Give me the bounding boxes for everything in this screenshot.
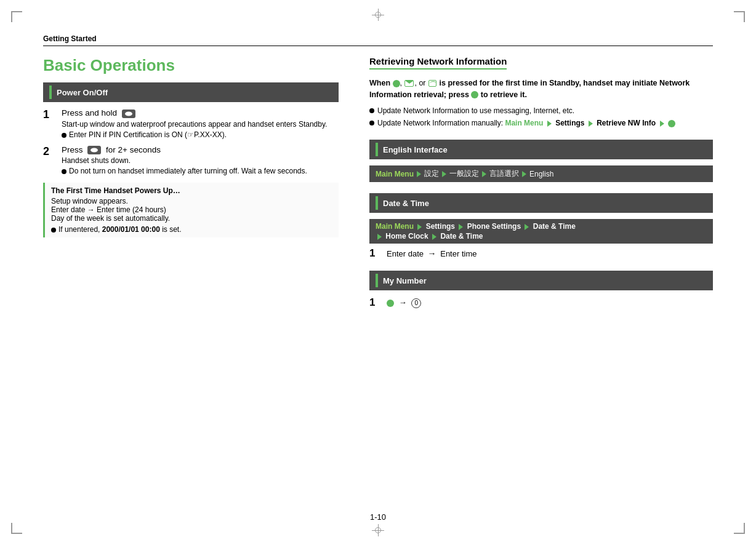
arrow-d4	[377, 234, 382, 240]
arrow-icon-3	[660, 121, 664, 127]
arrow-d3	[525, 224, 529, 230]
step-1: 1 Press and hold Start-up window and wat…	[43, 108, 339, 138]
mn-green-circle	[387, 300, 394, 307]
menu-general: 一般設定	[449, 169, 479, 179]
bar-accent	[49, 86, 52, 99]
corner-mark-bl	[11, 523, 22, 534]
retrieving-bullet-2: Update Network Information manually: Mai…	[369, 118, 713, 129]
mynumber-section: My Number 1 → 0	[369, 271, 713, 309]
arrow-d2	[459, 224, 463, 230]
step-1-content: Press and hold Start-up window and water…	[62, 108, 339, 138]
arrow-e2	[442, 171, 446, 177]
step-1-number: 1	[43, 108, 57, 138]
bullet-dot-r1	[369, 108, 374, 113]
first-time-note: The First Time Handset Powers Up… Setup …	[43, 183, 339, 237]
mynumber-step-num: 1	[369, 296, 382, 309]
first-time-line-3: Day of the week is set automatically.	[51, 214, 332, 223]
arrow-enter-date: →	[428, 249, 436, 258]
datetime-bar-label: Date & Time	[383, 199, 429, 208]
first-time-bullet: If unentered, 2000/01/01 00:00 is set.	[51, 225, 332, 234]
arrow-e3	[482, 171, 486, 177]
retrieving-title: Retrieving Network Information	[369, 56, 713, 73]
datetime-menu-row2: Home Clock Date & Time	[376, 232, 483, 241]
mynumber-step-content: → 0	[387, 296, 713, 309]
first-time-line-1: Setup window appears.	[51, 197, 332, 205]
menu-main: Main Menu	[376, 170, 414, 178]
step-2-number: 2	[43, 145, 57, 175]
datetime-menu-path: Main Menu Settings Phone Settings Date &…	[369, 219, 713, 244]
power-bar-label: Power On/Off	[57, 88, 108, 97]
menu-settel: 設定	[424, 169, 439, 179]
mn-zero-btn: 0	[411, 298, 421, 308]
mynumber-step-1: 1 → 0	[369, 296, 713, 309]
arrow-d1	[417, 224, 422, 230]
english-menu-path: Main Menu 設定 一般設定 言語選択 English	[369, 165, 713, 182]
arrow-d5	[432, 234, 436, 240]
retrieving-section: Retrieving Network Information When , , …	[369, 56, 713, 129]
datetime-section: Date & Time Main Menu Settings Phone Set…	[369, 193, 713, 260]
english-bar: English Interface	[369, 140, 713, 159]
bullet-dot	[62, 133, 66, 138]
header-label: Getting Started	[43, 34, 97, 43]
corner-mark-br	[734, 523, 745, 534]
menu-lang: 言語選択	[489, 169, 519, 179]
green-circle-icon-2	[471, 91, 478, 98]
datetime-bar: Date & Time	[369, 193, 713, 213]
end-key-icon	[122, 109, 135, 118]
left-column: Basic Operations Power On/Off 1 Press an…	[43, 56, 339, 320]
end-key-icon-2	[87, 146, 101, 154]
step-1-main: Press and hold	[62, 108, 339, 117]
green-circle-icon	[393, 80, 400, 87]
arrow-icon-1	[547, 121, 552, 127]
step-2-sub: Handset shuts down.	[62, 156, 339, 165]
step-2: 2 Press for 2+ seconds Handset shuts dow…	[43, 145, 339, 175]
step-2-main: Press for 2+ seconds	[62, 145, 339, 154]
crosshair-top	[372, 9, 384, 21]
step-2-bullet: Do not turn on handset immediately after…	[62, 167, 339, 175]
mynumber-bar: My Number	[369, 271, 713, 290]
step-1-bullet: Enter PIN if PIN Certification is ON (☞P…	[62, 130, 339, 139]
english-bar-label: English Interface	[383, 145, 448, 154]
datetime-step-content: Enter date → Enter time	[387, 247, 713, 260]
step-2-content: Press for 2+ seconds Handset shuts down.…	[62, 145, 339, 175]
datetime-step-num: 1	[369, 247, 382, 260]
bullet-dot-2	[62, 169, 66, 174]
bar-accent-dt	[376, 196, 378, 210]
first-time-title: The First Time Handset Powers Up…	[51, 186, 332, 195]
bar-accent-en	[376, 143, 378, 156]
green-circle-icon-3	[668, 120, 675, 127]
first-time-line-2: Enter date → Enter time (24 hours)	[51, 205, 332, 214]
bullet-dot-3	[51, 228, 56, 233]
right-column: Retrieving Network Information When , , …	[369, 56, 713, 320]
english-section: English Interface Main Menu 設定 一般設定 言語選択…	[369, 140, 713, 182]
menu-english: English	[529, 170, 553, 178]
arrow-e1	[417, 171, 421, 177]
signal-icon	[428, 80, 436, 87]
arrow-e4	[522, 171, 526, 177]
corner-mark-tr	[734, 11, 745, 22]
bar-accent-mn	[376, 274, 378, 287]
mynumber-bar-label: My Number	[383, 276, 427, 285]
datetime-step-1: 1 Enter date → Enter time	[369, 247, 713, 260]
envelope-icon	[404, 80, 414, 87]
datetime-step-text: Enter date → Enter time	[387, 249, 477, 258]
arrow-icon-2	[589, 121, 593, 127]
crosshair-bottom	[372, 524, 384, 536]
datetime-menu-row1: Main Menu Settings Phone Settings Date &…	[376, 222, 576, 231]
retrieving-bullet-1: Update Network Information to use messag…	[369, 106, 713, 116]
corner-mark-tl	[11, 11, 22, 22]
header-section: Getting Started	[43, 34, 713, 46]
main-title: Basic Operations	[43, 56, 339, 75]
retrieving-body: When , , or is pressed for the first tim…	[369, 78, 713, 101]
page-number: 1-10	[370, 512, 386, 522]
step-1-sub: Start-up window and waterproof precautio…	[62, 120, 339, 129]
power-section-bar: Power On/Off	[43, 82, 339, 102]
bullet-dot-r2	[369, 121, 374, 125]
mn-arrow: →	[399, 298, 407, 307]
